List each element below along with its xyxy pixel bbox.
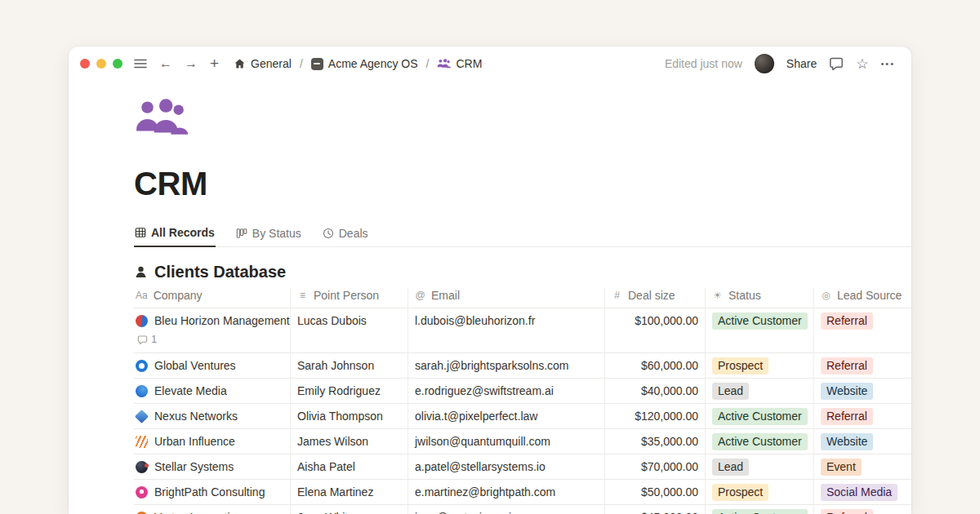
status-tag[interactable]: Lead — [712, 459, 749, 476]
status-cell[interactable]: Prospect — [706, 353, 814, 378]
source-tag[interactable]: Social Media — [821, 484, 898, 501]
company-name[interactable]: Stellar Systems — [154, 459, 234, 475]
close-window-button[interactable] — [80, 59, 90, 69]
table-row[interactable]: Bleu Horizon Management 1 Lucas Dubois l… — [134, 308, 911, 353]
deal-size-cell[interactable]: $40,000.00 — [605, 379, 706, 403]
column-header-lead-source[interactable]: ◎ Lead Source — [814, 288, 911, 308]
lead-source-cell[interactable]: Website — [814, 379, 911, 403]
source-tag[interactable]: Referral — [821, 509, 873, 514]
column-header-point-person[interactable]: ≡ Point Person — [291, 288, 408, 308]
favorite-star-icon[interactable]: ☆ — [856, 57, 868, 71]
source-tag[interactable]: Website — [821, 433, 873, 450]
email-cell[interactable]: olivia.t@pixelperfect.law — [408, 404, 605, 428]
deal-size-cell[interactable]: $70,000.00 — [605, 454, 706, 479]
email-cell[interactable]: l.dubois@bleuhorizon.fr — [408, 308, 605, 352]
database-title[interactable]: Clients Database — [154, 263, 286, 281]
table-row[interactable]: BrightPath Consulting Elena Martinez e.m… — [134, 480, 911, 505]
status-cell[interactable]: Lead — [706, 379, 814, 403]
status-tag[interactable]: Prospect — [712, 357, 768, 374]
source-tag[interactable]: Referral — [821, 357, 873, 374]
more-options-icon[interactable]: ••• — [880, 59, 895, 69]
column-header-company[interactable]: Aa Company — [134, 288, 291, 308]
point-person-cell[interactable]: Jenn Whitmore — [291, 505, 408, 514]
company-name[interactable]: Global Ventures — [154, 357, 236, 374]
email-cell[interactable]: jenn@vertexinnov.io — [408, 505, 605, 514]
forward-button[interactable]: → — [185, 57, 198, 70]
tab-all-records[interactable]: All Records — [134, 224, 216, 247]
lead-source-cell[interactable]: Referral — [814, 404, 911, 428]
status-tag[interactable]: Lead — [712, 383, 749, 400]
status-tag[interactable]: Prospect — [712, 484, 768, 501]
company-cell[interactable]: Urban Influence — [134, 429, 291, 454]
company-name[interactable]: BrightPath Consulting — [154, 484, 265, 500]
deal-size-cell[interactable]: $120,000.00 — [605, 404, 706, 428]
table-row[interactable]: Urban Influence James Wilson jwilson@qua… — [134, 429, 911, 454]
email-cell[interactable]: e.rodriguez@swiftstream.ai — [408, 379, 605, 403]
point-person-cell[interactable]: Emily Rodriguez — [291, 379, 408, 403]
page-icon[interactable] — [134, 99, 188, 136]
sidebar-toggle-icon[interactable] — [134, 58, 147, 69]
source-tag[interactable]: Referral — [821, 408, 873, 425]
point-person-cell[interactable]: Lucas Dubois — [291, 308, 408, 352]
zoom-window-button[interactable] — [113, 59, 122, 69]
column-header-email[interactable]: @ Email — [408, 288, 605, 308]
share-button[interactable]: Share — [786, 57, 817, 70]
email-cell[interactable]: sarah.j@brightsparksolns.com — [408, 353, 605, 378]
point-person-cell[interactable]: James Wilson — [291, 429, 408, 454]
deal-size-cell[interactable]: $100,000.00 — [605, 308, 706, 352]
table-row[interactable]: Stellar Systems Aisha Patel a.patel@stel… — [134, 454, 911, 480]
company-cell[interactable]: Nexus Networks — [134, 404, 291, 428]
lead-source-cell[interactable]: Social Media — [814, 480, 911, 504]
company-cell[interactable]: Vertex Innovations — [134, 505, 291, 514]
deal-size-cell[interactable]: $50,000.00 — [605, 480, 706, 504]
status-tag[interactable]: Active Customer — [712, 433, 808, 450]
status-cell[interactable]: Active Customer — [706, 404, 814, 428]
company-name[interactable]: Urban Influence — [154, 433, 235, 450]
breadcrumb-item-workspace[interactable]: Acme Agency OS — [308, 55, 421, 72]
status-cell[interactable]: Active Customer — [706, 308, 814, 352]
company-name[interactable]: Nexus Networks — [154, 408, 238, 424]
point-person-cell[interactable]: Aisha Patel — [291, 454, 408, 479]
company-cell[interactable]: Elevate Media — [134, 379, 291, 403]
point-person-cell[interactable]: Olivia Thompson — [291, 404, 408, 428]
table-row[interactable]: Vertex Innovations Jenn Whitmore jenn@ve… — [134, 505, 911, 514]
status-cell[interactable]: Lead — [706, 454, 814, 479]
company-name[interactable]: Elevate Media — [154, 383, 227, 399]
lead-source-cell[interactable]: Event — [814, 454, 911, 479]
company-cell[interactable]: BrightPath Consulting — [134, 480, 291, 504]
minimize-window-button[interactable] — [96, 59, 106, 69]
lead-source-cell[interactable]: Referral — [814, 353, 911, 378]
tab-by-status[interactable]: By Status — [235, 224, 302, 246]
breadcrumb-item-crm[interactable]: CRM — [434, 55, 485, 72]
company-cell[interactable]: Global Ventures — [134, 353, 291, 378]
table-row[interactable]: Global Ventures Sarah Johnson sarah.j@br… — [134, 353, 911, 379]
lead-source-cell[interactable]: Website — [814, 429, 911, 454]
source-tag[interactable]: Event — [821, 459, 862, 476]
comment-badge[interactable]: 1 — [137, 331, 283, 348]
lead-source-cell[interactable]: Referral — [814, 505, 911, 514]
breadcrumb-item-general[interactable]: General — [230, 55, 295, 72]
status-cell[interactable]: Active Customer — [706, 429, 814, 454]
deal-size-cell[interactable]: $60,000.00 — [605, 353, 706, 378]
status-cell[interactable]: Active Customer — [706, 505, 814, 514]
avatar[interactable] — [755, 54, 774, 73]
source-tag[interactable]: Referral — [821, 312, 873, 330]
tab-deals[interactable]: Deals — [322, 224, 369, 246]
company-cell[interactable]: Stellar Systems — [134, 454, 291, 479]
email-cell[interactable]: e.martinez@brightpath.com — [408, 480, 605, 504]
table-row[interactable]: Elevate Media Emily Rodriguez e.rodrigue… — [134, 379, 911, 404]
status-tag[interactable]: Active Customer — [712, 408, 808, 425]
lead-source-cell[interactable]: Referral — [814, 308, 911, 352]
status-cell[interactable]: Prospect — [706, 480, 814, 504]
table-row[interactable]: Nexus Networks Olivia Thompson olivia.t@… — [134, 404, 911, 429]
back-button[interactable]: ← — [159, 57, 172, 70]
column-header-status[interactable]: ☀ Status — [706, 288, 814, 308]
email-cell[interactable]: jwilson@quantumquill.com — [408, 429, 605, 454]
column-header-deal-size[interactable]: # Deal size — [605, 288, 706, 308]
status-tag[interactable]: Active Customer — [712, 509, 808, 514]
source-tag[interactable]: Website — [821, 383, 873, 400]
comments-icon[interactable] — [829, 56, 844, 71]
point-person-cell[interactable]: Elena Martinez — [291, 480, 408, 504]
point-person-cell[interactable]: Sarah Johnson — [291, 353, 408, 378]
email-cell[interactable]: a.patel@stellarsystems.io — [408, 454, 605, 479]
